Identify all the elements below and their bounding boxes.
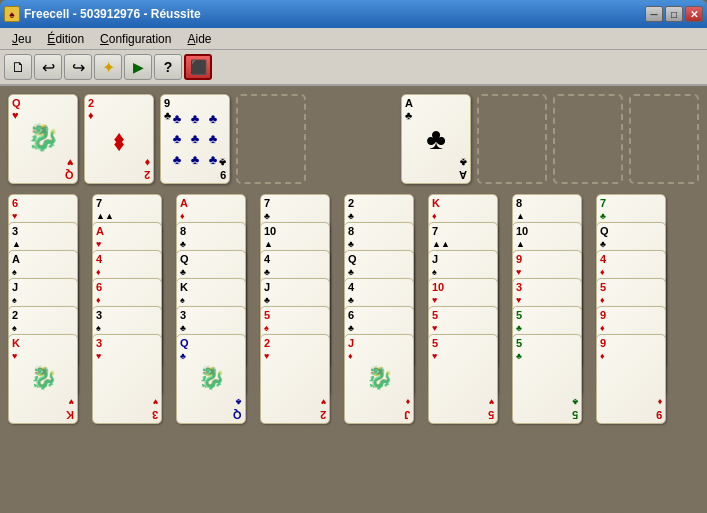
table-row[interactable]: Q♣ 🐉 Q♣	[176, 334, 246, 424]
play-button[interactable]: ▶	[124, 54, 152, 80]
menu-edition[interactable]: Édition	[39, 30, 92, 48]
stop-button[interactable]: ⬛	[184, 54, 212, 80]
close-button[interactable]: ✕	[685, 6, 703, 22]
title-bar-controls: ─ □ ✕	[645, 6, 703, 22]
freecell-3[interactable]: 9♣ ♣ ♣ ♣ ♣ ♣ ♣ ♣ ♣ ♣ 9♣	[160, 94, 230, 184]
card-pips: ♣ ♣ ♣ ♣ ♣ ♣ ♣ ♣ ♣	[169, 109, 221, 169]
card-pip: ♣	[426, 122, 446, 156]
menu-jeu[interactable]: Jeu	[4, 30, 39, 48]
table-row[interactable]: 2♥ 2♥	[260, 334, 330, 424]
menu-configuration[interactable]: Configuration	[92, 30, 179, 48]
freecell-1[interactable]: Q♥ 🐉 Q♥	[8, 94, 78, 184]
tableau: 6♥ 6♥ 3▲ A♠ J♠ 2♠ K♥ 🐉 K♥	[8, 194, 699, 509]
app-icon: ♠	[4, 6, 20, 22]
toolbar: 🗋 ↩ ↪ ✦ ▶ ? ⬛	[0, 50, 707, 86]
table-row[interactable]: 3♥ 3♥	[92, 334, 162, 424]
maximize-button[interactable]: □	[665, 6, 683, 22]
title-bar: ♠ Freecell - 503912976 - Réussite ─ □ ✕	[0, 0, 707, 28]
card-rank-bottom: 9♣	[219, 157, 226, 181]
table-row[interactable]: 5♣ 5♣	[512, 334, 582, 424]
foundation-1[interactable]: A♣ ♣ A♣	[401, 94, 471, 184]
table-row[interactable]: K♥ 🐉 K♥	[8, 334, 78, 424]
game-area: Q♥ 🐉 Q♥ 2♦ ♦ ♦ 2♦ 9♣ ♣ ♣ ♣ ♣ ♣ ♣ ♣ ♣ ♣	[0, 86, 707, 513]
title-bar-left: ♠ Freecell - 503912976 - Réussite	[4, 6, 201, 22]
card-rank-bottom: Q♥	[65, 157, 74, 181]
free-cells: Q♥ 🐉 Q♥ 2♦ ♦ ♦ 2♦ 9♣ ♣ ♣ ♣ ♣ ♣ ♣ ♣ ♣ ♣	[8, 94, 306, 184]
undo-button[interactable]: ↩	[34, 54, 62, 80]
menu-aide[interactable]: Aide	[179, 30, 219, 48]
table-row[interactable]: 9♦ 9♦	[596, 334, 666, 424]
redo-button[interactable]: ↪	[64, 54, 92, 80]
minimize-button[interactable]: ─	[645, 6, 663, 22]
foundation-3[interactable]	[553, 94, 623, 184]
foundation-4[interactable]	[629, 94, 699, 184]
dragon-image: 🐉	[27, 122, 59, 153]
card-pip2: ♦	[113, 131, 124, 157]
card-rank-bottom: 2♦	[144, 157, 150, 181]
window-title: Freecell - 503912976 - Réussite	[24, 7, 201, 21]
freecell-2[interactable]: 2♦ ♦ ♦ 2♦	[84, 94, 154, 184]
menu-bar: Jeu Édition Configuration Aide	[0, 28, 707, 50]
card-rank: 2♦	[88, 97, 94, 121]
card-rank: A♣	[405, 97, 413, 121]
table-row[interactable]: J♦ 🐉 J♦	[344, 334, 414, 424]
new-button[interactable]: 🗋	[4, 54, 32, 80]
help-button[interactable]: ?	[154, 54, 182, 80]
card-rank: Q♥	[12, 97, 21, 121]
hint-button[interactable]: ✦	[94, 54, 122, 80]
foundation-2[interactable]	[477, 94, 547, 184]
card-rank-bottom: A♣	[459, 157, 467, 181]
freecell-4[interactable]	[236, 94, 306, 184]
table-row[interactable]: 5♥ 5♥	[428, 334, 498, 424]
foundation: A♣ ♣ A♣	[401, 94, 699, 184]
